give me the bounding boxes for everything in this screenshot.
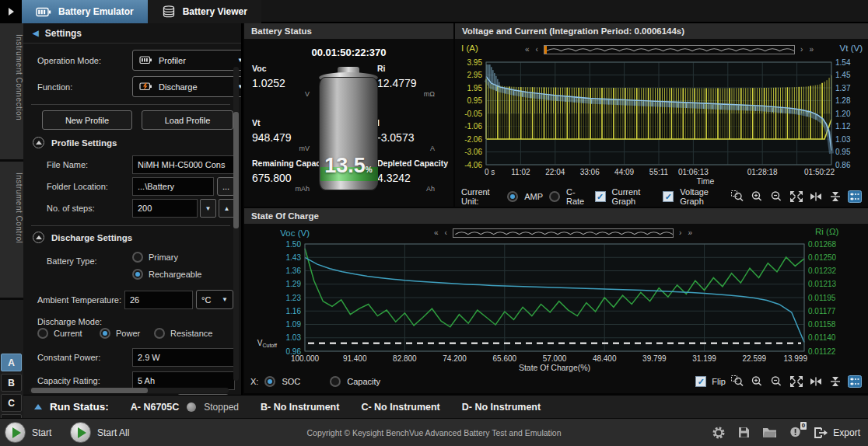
capacity-label: Capacity [347,377,380,386]
settings-vertical-scrollbar[interactable] [233,67,239,381]
discharge-mode-current-option[interactable]: Current [37,328,82,339]
steps-up-button[interactable]: ▲ [219,199,235,218]
scrollbar-thumb[interactable] [31,388,148,393]
zoom-out-icon[interactable] [770,375,784,388]
discharge-settings-section-header[interactable]: Discharge Settings [33,232,132,243]
autoscale-icon[interactable] [848,375,862,388]
ambient-temperature-label: Ambient Temperature: [37,291,121,309]
zoom-expand-icon[interactable] [789,375,803,388]
metric-unit: A [377,145,435,152]
radio-icon[interactable] [154,328,165,339]
metric-unit: mΩ [377,90,435,98]
operation-mode-dropdown[interactable]: Profiler ▼ [132,50,243,71]
file-name-label: File Name: [47,155,88,174]
file-name-input[interactable]: NiMH MH-C5000 Cons [132,155,235,174]
gear-icon[interactable] [712,426,726,440]
ambient-temperature-input[interactable]: 26 [124,291,193,309]
scrollbar-thumb[interactable] [233,112,239,228]
collapse-section-icon[interactable] [33,137,44,148]
metric-value: 948.479 [252,131,327,144]
svg-text:-0.05: -0.05 [464,110,482,118]
export-button[interactable]: Export [814,427,860,439]
current-graph-label: Current Graph [612,187,657,206]
zoom-out-icon[interactable] [770,190,784,203]
state-of-charge-panel: State Of Charge «‹›» 1.501.431.361.291.2… [244,208,868,393]
amp-radio[interactable] [507,191,518,202]
svg-text:82.800: 82.800 [393,354,417,363]
settings-horizontal-scrollbar[interactable] [30,388,229,393]
export-label: Export [833,427,860,438]
collapse-panel-button[interactable] [0,0,22,23]
capacity-radio[interactable] [330,376,341,387]
svg-text:1.29: 1.29 [286,280,302,288]
zoom-expand-icon[interactable] [789,190,803,203]
svg-text:0.01122: 0.01122 [808,347,836,356]
folder-location-input[interactable]: ...\Battery [132,177,214,196]
zoom-fit-x-icon[interactable] [809,190,823,203]
zoom-fit-y-icon[interactable] [828,190,842,203]
folder-icon[interactable] [762,427,777,438]
battery-type-rechargeable-option[interactable]: Rechargeable [132,269,202,280]
svg-text:2.95: 2.95 [467,71,483,79]
discharge-mode-power-option[interactable]: Power [100,328,140,339]
zoom-fit-y-icon[interactable] [828,375,842,388]
instrument-a-state: Stopped [204,402,239,413]
voltage-current-chart[interactable]: 3.952.951.950.95-0.05-1.06-2.06-3.06-4.0… [455,39,868,188]
collapse-section-icon[interactable] [33,232,44,243]
radio-icon[interactable] [132,269,143,280]
new-profile-button[interactable]: New Profile [42,110,132,130]
steps-input[interactable]: 200 [132,199,198,218]
radio-icon[interactable] [132,252,143,263]
zoom-selection-icon[interactable] [731,190,745,203]
rechargeable-label: Rechargeable [149,270,202,279]
operation-mode-label: Operation Mode: [37,51,101,70]
channel-tab-b[interactable]: B [1,374,22,392]
profile-settings-section-header[interactable]: Profile Settings [33,137,117,148]
c-rate-radio[interactable] [549,191,560,202]
zoom-fit-x-icon[interactable] [809,375,823,388]
tab-battery-emulator[interactable]: Battery Emulator [22,0,148,23]
back-arrow-icon: ◀ [33,29,39,37]
function-label: Function: [37,78,72,96]
steps-down-button[interactable]: ▼ [200,199,216,218]
battery-right-metrics: Ri 12.4779 mΩ I -3.0573 A Depleted Capac… [377,64,452,193]
radio-icon[interactable] [100,328,110,339]
sidebar-item-instrument-control[interactable]: Instrument Control [0,162,23,300]
battery-type-primary-option[interactable]: Primary [132,252,178,263]
stopped-indicator-icon [187,402,196,412]
discharge-mode-resistance-option[interactable]: Resistance [154,328,212,339]
sidebar-item-instrument-connection[interactable]: Instrument Connection [0,23,23,162]
chevron-down-icon: ▼ [222,296,228,303]
constant-power-input[interactable]: 2.9 W [132,348,235,367]
battery-icon [36,7,51,17]
temperature-unit-dropdown[interactable]: °C ▼ [196,290,233,309]
function-dropdown[interactable]: Discharge ▼ [132,76,243,97]
load-profile-button[interactable]: Load Profile [142,110,233,130]
settings-header[interactable]: ◀ Settings [23,23,241,44]
svg-text:1.20: 1.20 [835,110,851,118]
metric-value: 12.4779 [377,77,452,89]
zoom-selection-icon[interactable] [731,375,745,388]
state-of-charge-chart[interactable]: 1.501.431.361.291.231.161.091.030.960.01… [244,224,868,376]
browse-button[interactable]: ... [217,177,235,196]
soc-radio[interactable] [264,376,275,387]
instrument-d-status: D- No Instrument [462,402,541,413]
autoscale-icon[interactable] [848,190,862,203]
alert-indicator[interactable]: 0 [789,425,802,440]
zoom-in-icon[interactable] [751,375,765,388]
flip-checkbox[interactable]: ✓ [695,376,706,387]
voltage-graph-checkbox[interactable]: ✓ [663,191,674,202]
expand-status-icon[interactable] [34,404,42,409]
tab-battery-viewer[interactable]: Battery Viewer [148,0,261,23]
svg-text:1.03: 1.03 [835,135,851,144]
channel-tab-c[interactable]: C [1,394,22,412]
radio-icon[interactable] [37,328,48,339]
current-graph-checkbox[interactable]: ✓ [595,191,606,202]
channel-tab-a[interactable]: A [1,354,22,371]
svg-text:3.95: 3.95 [467,58,483,67]
svg-text:I (A): I (A) [461,44,478,53]
zoom-in-icon[interactable] [751,190,765,203]
discharge-icon [139,82,152,91]
steps-label: No. of steps: [47,199,95,218]
save-icon[interactable] [737,426,751,439]
